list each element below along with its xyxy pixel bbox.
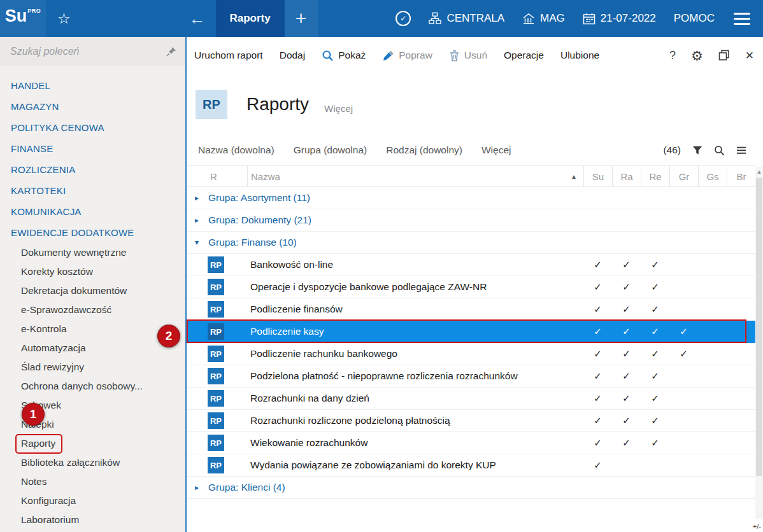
warehouse-label: MAG — [540, 12, 565, 25]
sidebar-category-label: KOMUNIKACJA — [11, 206, 82, 217]
report-row[interactable]: RP Podliczenie kasy ✓ ✓ ✓ ✓ — [187, 321, 755, 343]
report-row[interactable]: RP Wiekowanie rozrachunków ✓ ✓ ✓ — [187, 432, 755, 454]
column-header-re[interactable]: Re — [641, 166, 669, 186]
report-name: Podzielona płatność - niepoprawne rozlic… — [247, 370, 583, 382]
back-arrow-icon[interactable]: ← — [189, 10, 206, 27]
filter-more-link[interactable]: Więcej — [481, 144, 511, 156]
vertical-scrollbar[interactable]: ▲ — [755, 167, 763, 519]
report-name: Wiekowanie rozrachunków — [247, 437, 583, 449]
favorites-star-icon[interactable]: ☆ — [57, 10, 71, 27]
report-type-cell: RP — [187, 368, 247, 384]
report-type-icon: RP — [208, 368, 224, 384]
hamburger-menu-icon[interactable] — [732, 10, 752, 27]
sidebar-item-laboratorium[interactable]: Laboratorium — [0, 510, 185, 529]
operations-button[interactable]: Operacje — [504, 50, 544, 61]
group-row[interactable]: ▸ Grupa: Klienci (4) — [187, 477, 755, 499]
report-row[interactable]: RP Podliczenie rachunku bankowego ✓ ✓ ✓ … — [187, 343, 755, 365]
sidebar-item-handel[interactable]: HANDEL — [0, 75, 185, 96]
settings-gear-icon[interactable]: ⚙ — [691, 49, 703, 62]
report-row[interactable]: RP Operacje i dyspozycje bankowe podlega… — [187, 276, 755, 298]
sidebar-item-raporty[interactable]: Raporty — [0, 434, 185, 453]
report-row[interactable]: RP Podliczenie finansów ✓ ✓ ✓ — [187, 298, 755, 321]
filter-kind[interactable]: Rodzaj (dowolny) — [386, 144, 462, 156]
report-row[interactable]: RP Wydania powiązane ze zobowiązaniami d… — [187, 454, 755, 477]
run-report-button[interactable]: Uruchom raport — [194, 50, 263, 61]
funnel-filter-icon[interactable] — [692, 146, 702, 155]
column-header-su[interactable]: Su — [583, 166, 612, 186]
edit-button[interactable]: Popraw — [382, 50, 432, 62]
column-header-nazwa[interactable]: Nazwa ▲ — [247, 166, 583, 186]
report-name: Podliczenie rachunku bankowego — [247, 348, 583, 360]
sidebar-item-ewidencje-dodatkowe[interactable]: EWIDENCJE DODATKOWE — [0, 222, 185, 243]
sidebar-item-notes[interactable]: Notes — [0, 472, 185, 491]
sidebar: HANDELMAGAZYNPOLITYKA CENOWAFINANSEROZLI… — [0, 37, 185, 532]
show-button[interactable]: Pokaż — [322, 50, 366, 62]
help-button[interactable]: ? — [669, 49, 676, 62]
app-logo[interactable]: SuPRO — [0, 0, 46, 37]
sidebar-item-biblioteka-za-acznikow[interactable]: Biblioteka załączników — [0, 453, 185, 472]
sort-asc-icon[interactable]: ▲ — [571, 173, 577, 180]
sidebar-item-rozliczenia[interactable]: ROZLICZENIA — [0, 159, 185, 180]
warehouse-selector[interactable]: MAG — [522, 12, 565, 25]
delete-button[interactable]: Usuń — [449, 50, 487, 62]
company-selector[interactable]: CENTRALA — [429, 12, 504, 25]
sidebar-item-finanse[interactable]: FINANSE — [0, 138, 185, 159]
group-label: Grupa: Dokumenty (21) — [208, 214, 311, 226]
search-icon[interactable] — [714, 145, 725, 156]
group-caret-icon[interactable]: ▸ — [195, 483, 203, 492]
filter-group[interactable]: Grupa (dowolna) — [294, 144, 367, 156]
group-caret-icon[interactable]: ▸ — [195, 193, 203, 202]
sidebar-subitem-label: e-Kontrola — [21, 321, 67, 337]
favorites-button[interactable]: Ulubione — [560, 50, 599, 61]
report-row[interactable]: RP Rozrachunki rozliczone podzieloną pła… — [187, 410, 755, 432]
column-header-gr[interactable]: Gr — [669, 166, 698, 186]
sidebar-item-polityka-cenowa[interactable]: POLITYKA CENOWA — [0, 117, 185, 138]
column-header-ra[interactable]: Ra — [612, 166, 641, 186]
column-header-gs[interactable]: Gs — [698, 166, 727, 186]
filter-name[interactable]: Nazwa (dowolna) — [198, 144, 275, 156]
tab-raporty[interactable]: Raporty — [216, 0, 285, 37]
column-header-br[interactable]: Br — [727, 166, 755, 186]
group-caret-icon[interactable]: ▾ — [195, 238, 203, 247]
group-row[interactable]: ▸ Grupa: Dokumenty (21) — [187, 209, 755, 232]
sidebar-item-ochrona-danych-osobowy[interactable]: Ochrona danych osobowy... — [0, 377, 185, 396]
report-row[interactable]: RP Rozrachunki na dany dzień ✓ ✓ ✓ — [187, 388, 755, 410]
group-row[interactable]: ▾ Grupa: Finanse (10) — [187, 232, 755, 254]
sidebar-item-dekretacja-dokumentow[interactable]: Dekretacja dokumentów — [0, 281, 185, 300]
pin-icon[interactable] — [166, 46, 176, 57]
title-more-link[interactable]: Więcej — [324, 103, 353, 114]
search-input[interactable] — [10, 46, 161, 57]
sidebar-item-konfiguracja[interactable]: Konfiguracja — [0, 491, 185, 510]
sidebar-item-dokumenty-wewnetrzne[interactable]: Dokumenty wewnętrzne — [0, 243, 185, 262]
sidebar-item-komunikacja[interactable]: KOMUNIKACJA — [0, 201, 185, 222]
group-label: Grupa: Finanse (10) — [208, 237, 297, 248]
sidebar-category-label: HANDEL — [11, 80, 50, 91]
report-row[interactable]: RP Bankowość on-line ✓ ✓ ✓ — [187, 254, 755, 276]
group-caret-icon[interactable]: ▸ — [195, 216, 203, 225]
scroll-up-icon[interactable]: ▲ — [755, 167, 763, 177]
sidebar-item-automatyzacja[interactable]: Automatyzacja — [0, 339, 185, 358]
group-row[interactable]: ▸ Grupa: Asortyment (11) — [187, 187, 755, 209]
group-label: Grupa: Klienci (4) — [208, 482, 285, 493]
sidebar-item-korekty-kosztow[interactable]: Korekty kosztów — [0, 262, 185, 281]
new-tab-button[interactable]: + — [285, 0, 318, 37]
sidebar-item-e-sprawozdawczosc[interactable]: e-Sprawozdawczość — [0, 300, 185, 319]
logo-pro-label: PRO — [27, 6, 41, 15]
column-header-r[interactable]: R — [187, 166, 247, 186]
sidebar-item-slad-rewizyjny[interactable]: Ślad rewizyjny — [0, 358, 185, 377]
report-row[interactable]: RP Podzielona płatność - niepoprawne roz… — [187, 365, 755, 388]
sidebar-item-magazyn[interactable]: MAGAZYN — [0, 96, 185, 117]
date-selector[interactable]: 21-07-2022 — [583, 12, 656, 25]
restore-window-icon[interactable] — [718, 50, 730, 61]
close-icon[interactable]: ✕ — [745, 49, 754, 62]
scrollbar-thumb[interactable] — [756, 178, 762, 476]
sidebar-subitem-label: e-Sprawozdawczość — [21, 302, 111, 318]
list-view-icon[interactable] — [736, 146, 746, 155]
add-button[interactable]: Dodaj — [280, 50, 306, 61]
main-panel: Uruchom raport Dodaj Pokaż Popraw Usuń O… — [185, 37, 763, 532]
sidebar-item-kartoteki[interactable]: KARTOTEKI — [0, 180, 185, 201]
help-menu[interactable]: POMOC — [674, 12, 715, 25]
check-circle-icon[interactable]: ✓ — [396, 11, 411, 26]
report-name: Operacje i dyspozycje bankowe podlegając… — [247, 281, 583, 293]
check-su: ✓ — [583, 393, 612, 404]
